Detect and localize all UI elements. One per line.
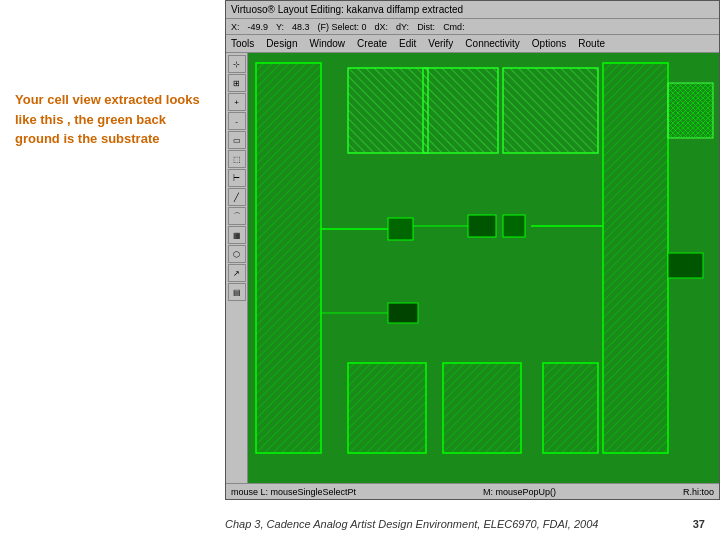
svg-rect-20 — [348, 363, 426, 453]
menu-verify[interactable]: Verify — [428, 38, 453, 49]
coords-bar: X: -49.9 Y: 48.3 (F) Select: 0 dX: dY: D… — [226, 19, 719, 35]
page-number: 37 — [693, 518, 705, 530]
svg-rect-9 — [423, 68, 498, 153]
caption-text: Chap 3, Cadence Analog Artist Design Env… — [225, 518, 598, 530]
status-middle: M: mousePopUp() — [483, 487, 556, 497]
svg-rect-15 — [503, 215, 525, 237]
menu-tools[interactable]: Tools — [231, 38, 254, 49]
virtuoso-window: Virtuoso® Layout Editing: kakanva diffam… — [225, 0, 720, 500]
arrow-tool[interactable]: ↗ — [228, 264, 246, 282]
zoom-out-tool[interactable]: - — [228, 112, 246, 130]
select-tool[interactable]: ⊹ — [228, 55, 246, 73]
zoom-box-tool[interactable]: ▭ — [228, 131, 246, 149]
svg-rect-12 — [388, 218, 413, 240]
svg-rect-11 — [668, 83, 713, 138]
main-area: ⊹ ⊞ + - ▭ ⬚ ⊢ ╱ ⌒ ▦ ⬡ ↗ ▤ — [226, 53, 719, 483]
wire-tool[interactable]: ╱ — [228, 188, 246, 206]
pan-tool[interactable]: ⊞ — [228, 74, 246, 92]
x-label: X: — [231, 22, 240, 32]
cmd-label: Cmd: — [443, 22, 465, 32]
description-text: Your cell view extracted looks like this… — [15, 90, 210, 149]
f-select: (F) Select: 0 — [318, 22, 367, 32]
svg-rect-8 — [348, 68, 428, 153]
svg-rect-22 — [543, 363, 598, 453]
menu-window[interactable]: Window — [310, 38, 346, 49]
hatch-tool[interactable]: ▦ — [228, 226, 246, 244]
y-label: Y: — [276, 22, 284, 32]
select2-tool[interactable]: ▤ — [228, 283, 246, 301]
menu-design[interactable]: Design — [266, 38, 297, 49]
y-value: 48.3 — [292, 22, 310, 32]
menu-route[interactable]: Route — [578, 38, 605, 49]
measure-tool[interactable]: ⊢ — [228, 169, 246, 187]
dist-label: Dist: — [417, 22, 435, 32]
status-bar: mouse L: mouseSingleSelectPt M: mousePop… — [226, 483, 719, 499]
curve-tool[interactable]: ⌒ — [228, 207, 246, 225]
svg-rect-21 — [443, 363, 521, 453]
polygon-tool[interactable]: ⬡ — [228, 245, 246, 263]
svg-rect-18 — [388, 303, 418, 323]
bottom-caption: Chap 3, Cadence Analog Artist Design Env… — [0, 518, 720, 530]
dy-label: dY: — [396, 22, 409, 32]
menu-bar: Tools Design Window Create Edit Verify C… — [226, 35, 719, 53]
svg-rect-14 — [468, 215, 496, 237]
dx-label: dX: — [375, 22, 389, 32]
window-title: Virtuoso® Layout Editing: kakanva diffam… — [231, 4, 463, 15]
zoom-fit-tool[interactable]: ⬚ — [228, 150, 246, 168]
x-value: -49.9 — [248, 22, 269, 32]
zoom-in-tool[interactable]: + — [228, 93, 246, 111]
svg-rect-10 — [503, 68, 598, 153]
menu-connectivity[interactable]: Connectivity — [465, 38, 519, 49]
toolbar: ⊹ ⊞ + - ▭ ⬚ ⊢ ╱ ⌒ ▦ ⬡ ↗ ▤ — [226, 53, 248, 483]
menu-options[interactable]: Options — [532, 38, 566, 49]
layout-canvas[interactable] — [248, 53, 719, 483]
svg-rect-7 — [603, 63, 668, 453]
menu-create[interactable]: Create — [357, 38, 387, 49]
status-right: R.hi:too — [683, 487, 714, 497]
menu-edit[interactable]: Edit — [399, 38, 416, 49]
description-panel: Your cell view extracted looks like this… — [0, 80, 225, 159]
svg-rect-6 — [256, 63, 321, 453]
title-bar: Virtuoso® Layout Editing: kakanva diffam… — [226, 1, 719, 19]
status-left: mouse L: mouseSingleSelectPt — [231, 487, 356, 497]
svg-rect-23 — [668, 253, 703, 278]
